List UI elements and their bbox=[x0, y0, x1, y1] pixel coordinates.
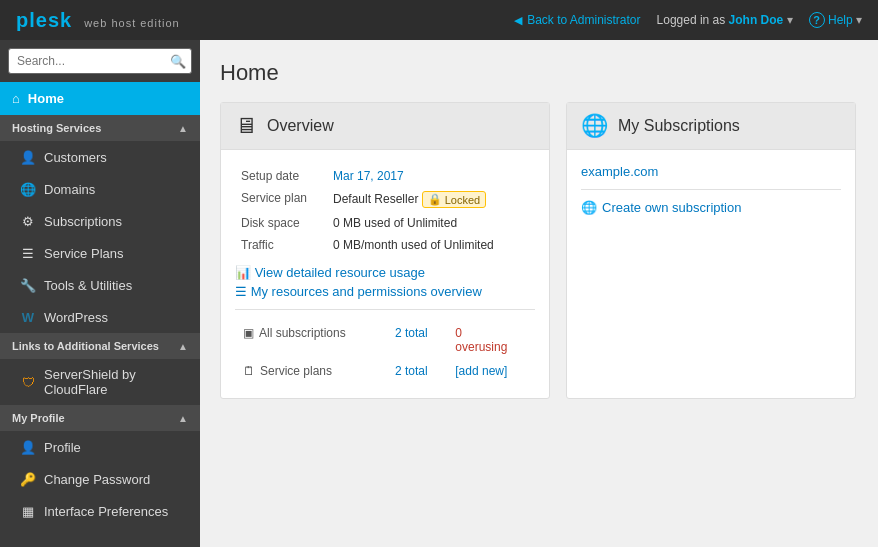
sidebar-section-links: Links to Additional Services bbox=[0, 333, 200, 359]
field-value: 0 MB/month used of Unlimited bbox=[329, 235, 533, 255]
servershield-icon: 🛡 bbox=[20, 374, 36, 390]
table-row: 🗒 Service plans 2 total [add new] bbox=[237, 360, 533, 382]
subscriptions-icon: ⚙ bbox=[20, 213, 36, 229]
stat-count: 2 total bbox=[389, 360, 447, 382]
subscriptions-label: Subscriptions bbox=[44, 214, 122, 229]
sidebar-item-servershield[interactable]: 🛡 ServerShield by CloudFlare bbox=[0, 359, 200, 405]
list-icon: ☰ bbox=[235, 284, 247, 299]
username-label[interactable]: John Doe bbox=[729, 13, 784, 27]
profile-icon: 👤 bbox=[20, 439, 36, 455]
field-label: Disk space bbox=[237, 213, 327, 233]
change-password-label: Change Password bbox=[44, 472, 150, 487]
content-area: Home 🖥 Overview Setup date Mar 17, 2017 bbox=[200, 40, 878, 547]
field-value: Default Reseller 🔒 Locked bbox=[329, 188, 533, 211]
overview-card-header: 🖥 Overview bbox=[221, 103, 549, 150]
password-icon: 🔑 bbox=[20, 471, 36, 487]
subscriptions-card: 🌐 My Subscriptions example.com 🌐 Create … bbox=[566, 102, 856, 399]
sidebar-item-change-password[interactable]: 🔑 Change Password bbox=[0, 463, 200, 495]
field-label: Traffic bbox=[237, 235, 327, 255]
lock-icon: 🔒 bbox=[428, 193, 442, 206]
back-to-admin-label: Back to Administrator bbox=[527, 13, 640, 27]
stat-action: [add new] bbox=[449, 360, 533, 382]
customers-icon: 👤 bbox=[20, 149, 36, 165]
monitor-icon: 🖥 bbox=[235, 113, 257, 139]
sidebar-item-tools[interactable]: 🔧 Tools & Utilities bbox=[0, 269, 200, 301]
resource-usage-link[interactable]: 📊 View detailed resource usage bbox=[235, 265, 425, 280]
all-subs-icon: ▣ bbox=[243, 326, 254, 340]
table-row: Traffic 0 MB/month used of Unlimited bbox=[237, 235, 533, 255]
lock-badge: 🔒 Locked bbox=[422, 191, 486, 208]
home-label: Home bbox=[28, 91, 64, 106]
domains-label: Domains bbox=[44, 182, 95, 197]
tools-icon: 🔧 bbox=[20, 277, 36, 293]
sidebar-item-customers[interactable]: 👤 Customers bbox=[0, 141, 200, 173]
hosting-header: Hosting Services bbox=[12, 122, 101, 134]
stat-extra: 0 overusing bbox=[449, 322, 533, 358]
tools-label: Tools & Utilities bbox=[44, 278, 132, 293]
table-row: Disk space 0 MB used of Unlimited bbox=[237, 213, 533, 233]
logged-in-label: Logged in as John Doe ▾ bbox=[657, 13, 793, 27]
table-row: Service plan Default Reseller 🔒 Locked bbox=[237, 188, 533, 211]
brand-logo: plesk web host edition bbox=[16, 9, 180, 32]
arrow-back-icon bbox=[514, 13, 522, 27]
stat-label-cell: 🗒 Service plans bbox=[237, 360, 387, 382]
profile-chevron-icon bbox=[178, 412, 188, 424]
service-plans-label: Service Plans bbox=[44, 246, 123, 261]
sidebar-item-subscriptions[interactable]: ⚙ Subscriptions bbox=[0, 205, 200, 237]
stat-label-cell: ▣ All subscriptions bbox=[237, 322, 387, 344]
service-plans-icon: ☰ bbox=[20, 245, 36, 261]
brand-area: plesk web host edition bbox=[16, 9, 180, 32]
topbar-right: Back to Administrator Logged in as John … bbox=[514, 12, 862, 28]
domains-icon: 🌐 bbox=[20, 181, 36, 197]
field-value: Mar 17, 2017 bbox=[329, 166, 533, 186]
help-circle-icon: ? bbox=[809, 12, 825, 28]
sidebar-item-wordpress[interactable]: W WordPress bbox=[0, 301, 200, 333]
service-plans-count-link[interactable]: 2 total bbox=[395, 364, 428, 378]
globe-icon: 🌐 bbox=[581, 113, 608, 139]
sidebar-item-domains[interactable]: 🌐 Domains bbox=[0, 173, 200, 205]
subscriptions-card-body: example.com 🌐 Create own subscription bbox=[567, 150, 855, 237]
all-subs-count-link[interactable]: 2 total bbox=[395, 326, 428, 340]
back-to-admin-button[interactable]: Back to Administrator bbox=[514, 13, 640, 27]
stat-count: 2 total bbox=[389, 322, 447, 358]
sidebar-item-service-plans[interactable]: ☰ Service Plans bbox=[0, 237, 200, 269]
stats-table: ▣ All subscriptions 2 total 0 overusing bbox=[235, 320, 535, 384]
field-value: 0 MB used of Unlimited bbox=[329, 213, 533, 233]
sidebar: 🔍 ⌂ Home Hosting Services 👤 Customers 🌐 … bbox=[0, 40, 200, 547]
overview-card: 🖥 Overview Setup date Mar 17, 2017 Servi… bbox=[220, 102, 550, 399]
search-input[interactable] bbox=[8, 48, 192, 74]
topbar: plesk web host edition Back to Administr… bbox=[0, 0, 878, 40]
create-sub-icon: 🌐 bbox=[581, 200, 597, 215]
sidebar-item-home[interactable]: ⌂ Home bbox=[0, 82, 200, 115]
example-com-link[interactable]: example.com bbox=[581, 164, 841, 179]
sidebar-item-interface-prefs[interactable]: ▦ Interface Preferences bbox=[0, 495, 200, 527]
permissions-row: ☰ My resources and permissions overview bbox=[235, 284, 535, 299]
overview-info-table: Setup date Mar 17, 2017 Service plan Def… bbox=[235, 164, 535, 257]
help-button[interactable]: ? Help ▾ bbox=[809, 12, 862, 28]
customers-label: Customers bbox=[44, 150, 107, 165]
main-layout: 🔍 ⌂ Home Hosting Services 👤 Customers 🌐 … bbox=[0, 40, 878, 547]
add-new-link[interactable]: [add new] bbox=[455, 364, 507, 378]
card-divider bbox=[235, 309, 535, 310]
links-header: Links to Additional Services bbox=[12, 340, 159, 352]
bar-chart-icon: 📊 bbox=[235, 265, 251, 280]
service-plans-stat-icon: 🗒 bbox=[243, 364, 255, 378]
sidebar-item-profile[interactable]: 👤 Profile bbox=[0, 431, 200, 463]
overview-title: Overview bbox=[267, 117, 334, 135]
field-label: Setup date bbox=[237, 166, 327, 186]
resource-usage-row: 📊 View detailed resource usage bbox=[235, 265, 535, 280]
brand-name: plesk bbox=[16, 9, 72, 31]
permissions-link[interactable]: ☰ My resources and permissions overview bbox=[235, 284, 482, 299]
sidebar-section-profile: My Profile bbox=[0, 405, 200, 431]
help-label: Help bbox=[828, 13, 853, 27]
wordpress-label: WordPress bbox=[44, 310, 108, 325]
search-icon: 🔍 bbox=[170, 54, 186, 69]
subscriptions-title: My Subscriptions bbox=[618, 117, 740, 135]
create-subscription-link[interactable]: 🌐 Create own subscription bbox=[581, 200, 841, 215]
profile-header: My Profile bbox=[12, 412, 65, 424]
table-row: ▣ All subscriptions 2 total 0 overusing bbox=[237, 322, 533, 358]
cards-row: 🖥 Overview Setup date Mar 17, 2017 Servi… bbox=[220, 102, 858, 399]
field-label: Service plan bbox=[237, 188, 327, 211]
wordpress-icon: W bbox=[20, 309, 36, 325]
links-chevron-icon bbox=[178, 340, 188, 352]
